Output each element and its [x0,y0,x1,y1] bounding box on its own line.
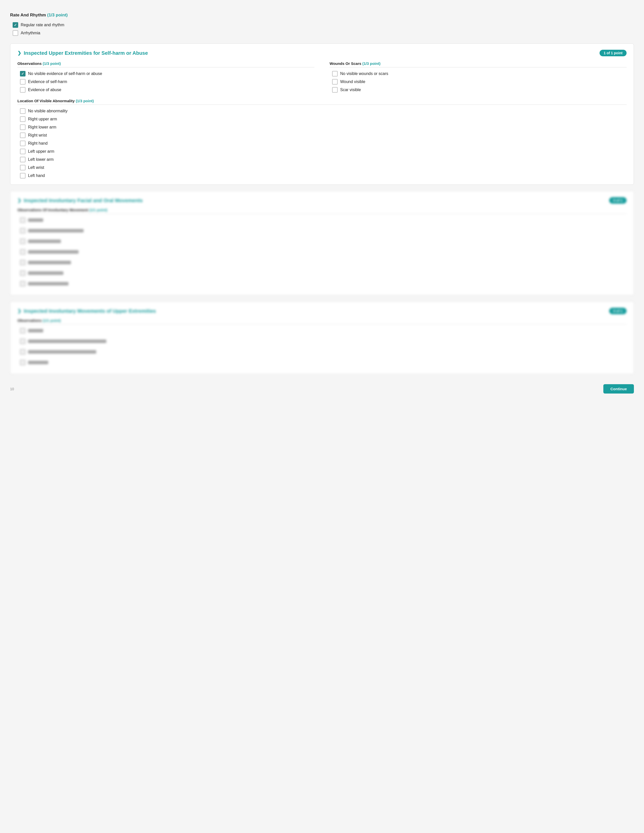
location-section: Location Of Visible Abnormality (1/3 poi… [18,99,626,178]
checkbox-left-upper-arm[interactable] [20,149,26,154]
wounds-scars-points: (1/3 point) [362,61,381,66]
upper-extremities-badge: 1 of 1 point [599,50,626,56]
loc-left-hand[interactable]: Left hand [20,173,626,178]
obs-no-self-harm[interactable]: No visible evidence of self-harm or abus… [20,71,314,77]
blurred-1-text-1 [28,218,43,222]
checkbox-right-hand[interactable] [20,141,26,146]
loc-left-upper-arm[interactable]: Left upper arm [20,149,626,154]
no-abnormality-label: No visible abnormality [28,109,68,113]
blurred-checkbox-2-4 [20,360,26,365]
chevron-down-icon: ❯ [18,50,21,56]
blurred-2-text-4 [28,361,48,364]
blurred-2-opt-4 [20,360,626,365]
blurred-2-text-2 [28,339,106,343]
blurred-1-title-text: Inspected Involuntary Facial and Oral Mo… [24,198,143,203]
obs-abuse-label: Evidence of abuse [28,88,61,92]
rate-rhythm-label-arrhythmia: Arrhythmia [21,31,40,35]
rate-rhythm-option-arrhythmia[interactable]: Arrhythmia [13,30,634,36]
blurred-1-options [18,217,626,289]
blurred-checkbox-2-2 [20,338,26,344]
right-hand-label: Right hand [28,141,47,146]
loc-left-lower-arm[interactable]: Left lower arm [20,157,626,162]
blurred-1-text-7 [28,282,68,286]
blurred-1-opt-7 [20,281,626,286]
checkbox-wound-visible[interactable] [332,79,338,85]
checkbox-right-wrist[interactable] [20,132,26,138]
rate-rhythm-option-regular[interactable]: Regular rate and rhythm [13,22,634,28]
blurred-2-options [18,328,626,368]
wounds-scar-visible[interactable]: Scar visible [332,87,626,93]
location-title: Location Of Visible Abnormality [18,99,75,103]
checkbox-no-self-harm[interactable] [20,71,26,77]
rate-rhythm-section: Rate And Rhythm (1/3 point) Regular rate… [10,8,634,43]
location-options: No visible abnormality Right upper arm R… [18,108,626,178]
blurred-2-text-1 [28,329,43,333]
left-lower-arm-label: Left lower arm [28,157,53,162]
blurred-checkbox-1-5 [20,260,26,265]
blurred-1-text-6 [28,271,63,275]
left-wrist-label: Left wrist [28,165,44,170]
checkbox-right-upper-arm[interactable] [20,116,26,122]
observations-options: No visible evidence of self-harm or abus… [18,71,314,93]
continue-button[interactable]: Continue [603,384,634,394]
wounds-scars-col: Wounds Or Scars (1/3 point) No visible w… [330,61,626,93]
rate-rhythm-label-regular: Regular rate and rhythm [21,23,64,27]
loc-right-lower-arm[interactable]: Right lower arm [20,124,626,130]
blurred-2-opt-2 [20,338,626,344]
blurred-1-opt-4 [20,249,626,255]
blurred-checkbox-1-1 [20,217,26,223]
scar-visible-label: Scar visible [340,88,361,92]
checkbox-regular[interactable] [13,22,18,28]
blurred-1-sub-label: Observations Of Involuntary Movement (1/… [18,208,626,214]
rate-rhythm-title: Rate And Rhythm [10,13,46,18]
checkbox-left-wrist[interactable] [20,165,26,170]
blurred-2-text-3 [28,350,96,354]
wounds-no-wounds[interactable]: No visible wounds or scars [332,71,626,77]
blurred-card-2: ❯ Inspected Involuntary Movements of Upp… [10,301,634,374]
checkbox-left-lower-arm[interactable] [20,157,26,162]
checkbox-scar-visible[interactable] [332,87,338,93]
upper-extremities-body: Observations (1/3 point) No visible evid… [18,61,626,93]
blurred-card-1: ❯ Inspected Involuntary Facial and Oral … [10,191,634,295]
checkbox-left-hand[interactable] [20,173,26,178]
wounds-wound-visible[interactable]: Wound visible [332,79,626,85]
rate-rhythm-points: (1/3 point) [47,13,68,18]
blurred-checkbox-1-2 [20,228,26,233]
rate-rhythm-label: Rate And Rhythm (1/3 point) [10,13,634,18]
obs-abuse[interactable]: Evidence of abuse [20,87,314,93]
loc-right-wrist[interactable]: Right wrist [20,132,626,138]
checkbox-no-abnormality[interactable] [20,108,26,114]
blurred-1-opt-1 [20,217,626,223]
left-upper-arm-label: Left upper arm [28,149,54,154]
checkbox-arrhythmia[interactable] [13,30,18,36]
blurred-1-opt-3 [20,238,626,244]
loc-right-hand[interactable]: Right hand [20,141,626,146]
loc-right-upper-arm[interactable]: Right upper arm [20,116,626,122]
checkbox-self-harm[interactable] [20,79,26,85]
blurred-2-sub-title: Observations [18,318,42,323]
blurred-checkbox-2-3 [20,349,26,355]
blurred-checkbox-2-1 [20,328,26,333]
no-wounds-label: No visible wounds or scars [340,71,388,76]
checkbox-no-wounds[interactable] [332,71,338,77]
loc-no-abnormality[interactable]: No visible abnormality [20,108,626,114]
right-upper-arm-label: Right upper arm [28,117,57,121]
obs-self-harm[interactable]: Evidence of self-harm [20,79,314,85]
blurred-1-sub-title: Observations Of Involuntary Movement [18,208,88,212]
wounds-scars-label: Wounds Or Scars (1/3 point) [330,61,626,68]
upper-extremities-title-text: Inspected Upper Extremities for Self-har… [24,50,148,56]
blurred-1-header: ❯ Inspected Involuntary Facial and Oral … [18,197,626,204]
blurred-2-sub-label: Observations (1/1 point) [18,318,626,324]
blurred-2-sub-points: (1/1 point) [43,318,61,323]
observations-title: Observations [18,61,42,66]
wound-visible-label: Wound visible [340,79,365,84]
blurred-2-title-text: Inspected Involuntary Movements of Upper… [24,308,156,314]
left-hand-label: Left hand [28,174,45,178]
blurred-checkbox-1-6 [20,270,26,276]
checkbox-abuse[interactable] [20,87,26,93]
checkbox-right-lower-arm[interactable] [20,124,26,130]
upper-extremities-card: ❯ Inspected Upper Extremities for Self-h… [10,43,634,185]
chevron-down-icon-blurred-2: ❯ [18,308,21,314]
loc-left-wrist[interactable]: Left wrist [20,165,626,170]
wounds-scars-title: Wounds Or Scars [330,61,361,66]
